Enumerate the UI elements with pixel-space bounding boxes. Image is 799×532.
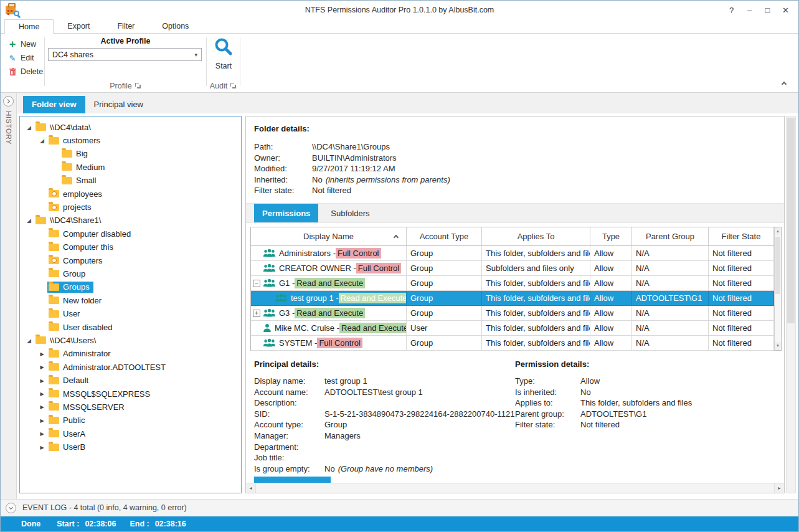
close-button[interactable]: ✕ (777, 1, 795, 19)
collapsed-arrow-icon[interactable]: ▶ (37, 391, 47, 397)
expanded-arrow-icon[interactable]: ◢ (24, 338, 34, 344)
tab-folder-view[interactable]: Folder view (23, 96, 85, 113)
column-header-display-name[interactable]: Display Name (251, 227, 407, 246)
scrollbar-track[interactable] (255, 483, 775, 493)
tree-item[interactable]: ▶MSSQL$SQLEXPRESS (20, 387, 241, 401)
collapsed-arrow-icon[interactable]: ▶ (37, 404, 47, 410)
cell: This folder, subfolders and files (482, 276, 590, 291)
event-log-expand-button[interactable] (6, 503, 16, 513)
field-label: Is group empty: (254, 463, 324, 475)
column-header-applies-to[interactable]: Applies To (482, 227, 590, 246)
tree-item[interactable]: ▶Default (20, 374, 241, 387)
tree-item[interactable]: projects (20, 201, 241, 214)
history-expand-button[interactable] (3, 96, 14, 107)
active-profile-value: DC4 shares (52, 50, 93, 59)
tab-options[interactable]: Options (148, 19, 202, 34)
active-profile-dropdown[interactable]: DC4 shares ▾ (48, 48, 202, 61)
tree-item[interactable]: employees (20, 188, 241, 201)
permission-row[interactable]: +G3 - Read and ExecuteGroupThis folder, … (251, 306, 774, 321)
folder-icon (49, 323, 59, 331)
tree-item[interactable]: New folder (20, 294, 241, 307)
tab-home[interactable]: Home (4, 19, 54, 34)
tree-item[interactable]: Computer this (20, 241, 241, 254)
expanded-arrow-icon[interactable]: ◢ (24, 125, 34, 131)
permission-row[interactable]: −G1 - Read and ExecuteGroupThis folder, … (251, 276, 774, 291)
tree-item[interactable]: ◢\\DC4\Share1\ (20, 214, 241, 227)
tree-item-label: employees (63, 189, 102, 199)
help-button[interactable]: ? (722, 1, 740, 19)
field-value: Allow (580, 376, 600, 387)
tree-item[interactable]: Computers (20, 254, 241, 267)
tree-item[interactable]: Small (20, 174, 241, 188)
scroll-up-icon[interactable]: ▲ (775, 227, 781, 235)
cell: N/A (632, 321, 709, 336)
tree-item[interactable]: ▶UserA (20, 427, 241, 440)
tree-item[interactable]: User disabled (20, 321, 241, 334)
column-header-parent-group[interactable]: Parent Group (632, 227, 709, 246)
tree-item[interactable]: ▶MSSQLSERVER (20, 401, 241, 414)
tab-subfolders[interactable]: Subfolders (323, 204, 377, 222)
permission-row[interactable]: SYSTEM - Full ControlGroupThis folder, s… (251, 336, 774, 351)
permission-row[interactable]: Administrators - Full ControlGroupThis f… (251, 246, 774, 261)
audit-dialog-launcher-icon[interactable] (230, 83, 237, 89)
permission-row[interactable]: test group 1 - Read and ExecuteGroupThis… (251, 291, 774, 306)
collapsed-arrow-icon[interactable]: ▶ (37, 378, 47, 384)
scroll-right-icon[interactable]: ► (775, 486, 784, 490)
tree-item[interactable]: ◢\\DC4\Users\ (20, 334, 241, 347)
collapsed-arrow-icon[interactable]: ▶ (37, 418, 47, 424)
folder-icon (49, 417, 59, 424)
horizontal-scrollbar[interactable]: ◄ ► (246, 483, 784, 493)
scroll-down-icon[interactable]: ▼ (775, 342, 781, 350)
expand-row-button[interactable]: + (253, 310, 260, 317)
ribbon-collapse-button[interactable] (780, 80, 788, 86)
scrollbar-thumb[interactable] (787, 118, 795, 323)
minimize-button[interactable]: – (740, 1, 759, 19)
tree-item[interactable]: Computer disabled (20, 227, 241, 240)
tree-item[interactable]: Group (20, 267, 241, 280)
tree-item[interactable]: ▶UserB (20, 440, 241, 454)
tree-item[interactable]: ▶Public (20, 414, 241, 427)
tree-item[interactable]: Big (20, 148, 241, 161)
permission-row[interactable]: Mike MC. Cruise - Read and ExecuteUserTh… (251, 321, 774, 336)
tab-permissions[interactable]: Permissions (254, 204, 318, 222)
start-audit-button[interactable]: Start (210, 37, 237, 70)
new-profile-button[interactable]: + New (6, 37, 45, 51)
column-header-account-type[interactable]: Account Type (407, 227, 482, 246)
profile-dialog-launcher-icon[interactable] (135, 83, 141, 89)
cell: Group (407, 336, 482, 351)
scroll-left-icon[interactable]: ◄ (246, 486, 255, 490)
tree-item[interactable]: User (20, 307, 241, 320)
cell: Not filtered (709, 336, 774, 351)
tab-principal-view[interactable]: Principal view (85, 96, 152, 113)
collapsed-arrow-icon[interactable]: ▶ (37, 431, 47, 437)
edit-profile-button[interactable]: ✎ Edit (6, 51, 45, 65)
tree-item[interactable]: ▶Administrator.ADTOOLTEST (20, 361, 241, 374)
scrollbar-track[interactable] (775, 235, 781, 342)
tree-item-content: UserB (47, 442, 89, 453)
audit-group-label: Audit (207, 82, 240, 90)
delete-profile-button[interactable]: Delete (6, 65, 45, 78)
column-header-type[interactable]: Type (590, 227, 632, 246)
tree-item[interactable]: Medium (20, 161, 241, 174)
collapsed-arrow-icon[interactable]: ▶ (37, 351, 47, 357)
expanded-arrow-icon[interactable]: ◢ (24, 217, 34, 224)
column-header-filter-state[interactable]: Filter State (709, 227, 774, 246)
permission-row[interactable]: CREATOR OWNER - Full ControlGroupSubfold… (251, 261, 774, 276)
history-tab-label[interactable]: HISTORY (5, 111, 12, 145)
tree-item[interactable]: ◢\\DC4\data\ (20, 121, 241, 134)
collapsed-arrow-icon[interactable]: ▶ (37, 445, 47, 450)
vertical-scrollbar[interactable] (786, 116, 796, 493)
detail-field: SID:S-1-5-21-3834890473-298224164-288220… (254, 409, 515, 420)
tab-export[interactable]: Export (54, 19, 103, 34)
maximize-button[interactable]: □ (759, 1, 777, 19)
expanded-arrow-icon[interactable]: ◢ (37, 138, 47, 144)
table-vertical-scrollbar[interactable]: ▲▼ (774, 227, 781, 350)
tab-filter[interactable]: Filter (103, 19, 148, 34)
scrollbar-thumb[interactable] (775, 237, 780, 294)
collapsed-arrow-icon[interactable]: ▶ (37, 364, 47, 370)
tree-item[interactable]: ▶Administrator (20, 348, 241, 361)
collapse-row-button[interactable]: − (253, 280, 260, 287)
trash-icon (8, 68, 17, 76)
tree-item[interactable]: Groups (20, 281, 241, 294)
tree-item[interactable]: ◢customers (20, 134, 241, 147)
